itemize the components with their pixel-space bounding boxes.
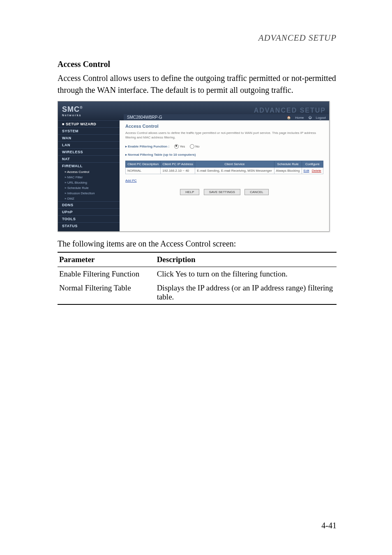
th-description: Description bbox=[155, 252, 337, 267]
nav-ddns[interactable]: DDNS bbox=[58, 201, 120, 208]
cell-rule: Always Blocking bbox=[274, 167, 302, 174]
model-number: SMC2804WBRP-G bbox=[127, 115, 162, 120]
home-link[interactable]: 🏠 Home bbox=[287, 116, 304, 120]
button-row: HELP SAVE SETTINGS CANCEL bbox=[125, 189, 323, 195]
nav-wireless[interactable]: WIRELESS bbox=[58, 148, 120, 155]
shot-header: SMC® Networks ADVANCED SETUP SMC2804WBRP… bbox=[58, 101, 329, 120]
th-client-ip: Client PC IP Address bbox=[161, 161, 195, 167]
cell-param: Enable Filtering Function bbox=[58, 267, 155, 281]
enable-filtering-label: Enable Filtering Function : bbox=[125, 145, 169, 148]
th-configure: Configure bbox=[302, 161, 323, 167]
nav-system[interactable]: SYSTEM bbox=[58, 127, 120, 134]
nav-tools[interactable]: TOOLS bbox=[58, 215, 120, 222]
add-pc-link[interactable]: Add PC bbox=[125, 179, 137, 182]
router-screenshot: SMC® Networks ADVANCED SETUP SMC2804WBRP… bbox=[58, 101, 330, 232]
nav-lan[interactable]: LAN bbox=[58, 141, 120, 148]
section-title: Access Control bbox=[58, 60, 337, 69]
nav-upnp[interactable]: UPnP bbox=[58, 208, 120, 215]
page-number: 4-41 bbox=[321, 521, 337, 530]
advanced-setup-banner: ADVANCED SETUP bbox=[124, 107, 329, 114]
nav-wan[interactable]: WAN bbox=[58, 134, 120, 141]
cell-desc: Displays the IP address (or an IP addres… bbox=[155, 281, 337, 304]
cell-configure: Edit Delete bbox=[302, 167, 323, 174]
parameter-table: Parameter Description Enable Filtering F… bbox=[58, 252, 337, 305]
table-row: NORMAL 192.168.2.10 ~ 40 E-mail Sending,… bbox=[126, 167, 323, 174]
cancel-button[interactable]: CANCEL bbox=[244, 189, 268, 195]
filtering-table-label: Normal Filtering Table (up to 10 compute… bbox=[125, 153, 323, 157]
nav-sub-mac-filter[interactable]: » MAC Filter bbox=[58, 175, 120, 180]
help-button[interactable]: HELP bbox=[180, 189, 199, 195]
sidebar-nav: ■ SETUP WIZARD SYSTEM WAN LAN WIRELESS N… bbox=[58, 120, 120, 231]
content-title: Access Control bbox=[125, 124, 323, 129]
edit-link[interactable]: Edit bbox=[304, 169, 309, 173]
nav-sub-intrusion-detection[interactable]: » Intrusion Detection bbox=[58, 191, 120, 196]
enable-filtering-row: Enable Filtering Function : Yes No bbox=[125, 144, 323, 149]
cell-service: E-mail Sending, E-mail Receiving, MSN Me… bbox=[195, 167, 274, 174]
cell-desc: NORMAL bbox=[126, 167, 161, 174]
th-parameter: Parameter bbox=[58, 252, 155, 267]
th-client-service: Client Service bbox=[195, 161, 274, 167]
running-header: ADVANCED SETUP bbox=[58, 33, 337, 43]
th-schedule-rule: Schedule Rule bbox=[274, 161, 302, 167]
table-row: Normal Filtering Table Displays the IP a… bbox=[58, 281, 337, 304]
logo-sub: Networks bbox=[62, 114, 124, 117]
intro-paragraph: Access Control allows users to define th… bbox=[58, 72, 337, 96]
nav-firewall[interactable]: FIREWALL bbox=[58, 162, 120, 169]
nav-sub-access-control[interactable]: » Access Control bbox=[58, 169, 120, 175]
cell-ip: 192.168.2.10 ~ 40 bbox=[161, 167, 195, 174]
content-pane: Access Control Access Control allows use… bbox=[120, 120, 329, 231]
radio-no[interactable]: No bbox=[190, 144, 199, 149]
content-description: Access Control allows users to define th… bbox=[125, 131, 323, 140]
shot-header-right: ADVANCED SETUP SMC2804WBRP-G 🏠 Home ⏻ Lo… bbox=[124, 101, 329, 120]
radio-yes[interactable]: Yes bbox=[174, 144, 185, 149]
nav-nat[interactable]: NAT bbox=[58, 155, 120, 162]
delete-link[interactable]: Delete bbox=[312, 169, 321, 173]
logo-text: SMC® bbox=[62, 105, 124, 114]
filtering-table: Client PC Description Client PC IP Addre… bbox=[125, 161, 323, 174]
nav-setup-wizard[interactable]: ■ SETUP WIZARD bbox=[58, 120, 120, 127]
cell-desc: Click Yes to turn on the filtering funct… bbox=[155, 267, 337, 281]
model-bar: SMC2804WBRP-G 🏠 Home ⏻ Logout bbox=[124, 114, 329, 120]
brand-logo: SMC® Networks bbox=[58, 101, 124, 120]
cell-param: Normal Filtering Table bbox=[58, 281, 155, 304]
table-caption: The following items are on the Access Co… bbox=[58, 239, 337, 249]
nav-sub-dmz[interactable]: » DMZ bbox=[58, 196, 120, 201]
th-client-desc: Client PC Description bbox=[126, 161, 161, 167]
logout-link[interactable]: ⏻ Logout bbox=[308, 116, 326, 120]
table-row: Enable Filtering Function Click Yes to t… bbox=[58, 267, 337, 281]
nav-status[interactable]: STATUS bbox=[58, 222, 120, 229]
nav-sub-url-blocking[interactable]: » URL Blocking bbox=[58, 180, 120, 185]
nav-sub-schedule-rule[interactable]: » Schedule Rule bbox=[58, 185, 120, 191]
save-settings-button[interactable]: SAVE SETTINGS bbox=[204, 189, 240, 195]
